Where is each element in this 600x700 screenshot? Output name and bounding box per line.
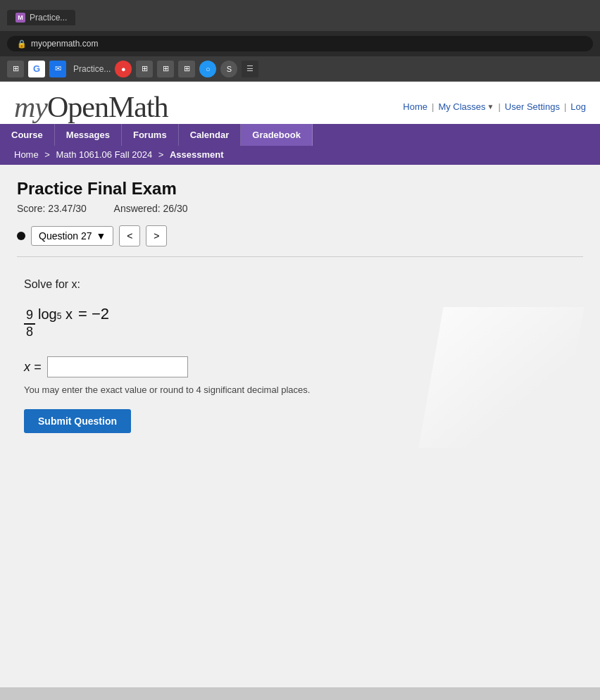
taskbar-icon-box1[interactable]: ⊞: [136, 61, 153, 77]
fraction-denominator: 8: [24, 325, 35, 340]
my-classes-arrow: ▼: [487, 103, 494, 111]
taskbar-icon-box3[interactable]: ⊞: [178, 61, 195, 77]
tab-messages[interactable]: Messages: [55, 124, 122, 146]
math-equation: 9 8 log5 x = −2: [24, 305, 583, 339]
tab-forums[interactable]: Forums: [122, 124, 179, 146]
tab-label: Practice...: [30, 13, 67, 23]
score-value: Score: 23.47/30: [17, 203, 87, 214]
nav-tabs: Course Messages Forums Calendar Gradeboo…: [0, 124, 600, 146]
breadcrumb-home[interactable]: Home: [14, 149, 39, 160]
answer-row: x =: [24, 356, 583, 377]
site-header: myOpenMath Home | My Classes ▼ | User Se…: [0, 82, 600, 124]
fraction-display: 9 8: [24, 308, 35, 339]
taskbar: ⊞ G ✉ Practice... ● ⊞ ⊞ ⊞ ○ S ☰: [0, 56, 600, 82]
taskbar-practice-label: Practice...: [73, 64, 111, 74]
taskbar-icon-s[interactable]: S: [220, 61, 237, 77]
question-status-dot: [17, 232, 25, 240]
next-question-button[interactable]: >: [146, 225, 167, 246]
breadcrumb-course[interactable]: Math 1061.06 Fall 2024: [56, 149, 153, 160]
submit-question-button[interactable]: Submit Question: [24, 409, 131, 433]
taskbar-icon-box2[interactable]: ⊞: [157, 61, 174, 77]
log-var: x: [65, 306, 73, 323]
tab-favicon: M: [15, 13, 25, 23]
taskbar-icon-g[interactable]: G: [28, 61, 45, 77]
equation-rhs: = −2: [78, 305, 109, 323]
url-text: myopenmath.com: [31, 39, 98, 49]
site-logo: myOpenMath: [14, 90, 168, 124]
tab-course[interactable]: Course: [0, 124, 55, 146]
problem-area: Solve for x: 9 8 log5 x = −2 x = You may…: [17, 271, 583, 433]
taskbar-icon-grid[interactable]: ⊞: [7, 61, 24, 77]
nav-sep-2: |: [498, 101, 500, 112]
top-nav: Home | My Classes ▼ | User Settings | Lo…: [403, 90, 586, 112]
answer-label: x =: [24, 360, 42, 375]
main-content: Practice Final Exam Score: 23.47/30 Answ…: [0, 165, 600, 447]
nav-sep-1: |: [432, 101, 434, 112]
fraction-numerator: 9: [24, 308, 35, 325]
nav-user-settings-link[interactable]: User Settings: [505, 101, 560, 112]
hint-text: You may enter the exact value or round t…: [24, 385, 583, 395]
breadcrumb-sep-1: >: [44, 149, 52, 160]
nav-home-link[interactable]: Home: [403, 101, 427, 112]
tab-gradebook[interactable]: Gradebook: [241, 124, 313, 146]
log-expression: log5 x: [38, 306, 73, 323]
answered-value: Answered: 26/30: [114, 203, 188, 214]
logo-prefix: my: [14, 91, 47, 123]
breadcrumb: Home > Math 1061.06 Fall 2024 > Assessme…: [0, 146, 600, 165]
nav-sep-3: |: [564, 101, 566, 112]
taskbar-icon-red[interactable]: ●: [115, 61, 132, 77]
my-classes-label: My Classes: [438, 101, 485, 112]
question-dropdown[interactable]: Question 27 ▼: [31, 226, 113, 246]
question-dropdown-arrow: ▼: [96, 230, 106, 242]
browser-chrome: M Practice...: [0, 0, 600, 31]
log-base: 5: [57, 311, 62, 321]
instruction-text: Solve for x:: [24, 278, 583, 291]
taskbar-icon-circle[interactable]: ○: [199, 61, 216, 77]
browser-tab[interactable]: M Practice...: [7, 10, 75, 25]
taskbar-icon-mail[interactable]: ✉: [49, 61, 66, 77]
nav-log-link[interactable]: Log: [570, 101, 586, 112]
question-selector: Question 27 ▼ < >: [17, 225, 583, 257]
answer-input[interactable]: [47, 356, 188, 377]
exam-score: Score: 23.47/30 Answered: 26/30: [17, 203, 583, 214]
breadcrumb-sep-2: >: [158, 149, 166, 160]
prev-question-button[interactable]: <: [119, 225, 140, 246]
logo-main: OpenMath: [47, 91, 168, 123]
breadcrumb-current: Assessment: [170, 149, 224, 160]
tab-calendar[interactable]: Calendar: [179, 124, 242, 146]
question-label: Question 27: [39, 230, 92, 242]
address-bar[interactable]: 🔒 myopenmath.com: [7, 36, 593, 51]
lock-icon: 🔒: [17, 39, 27, 49]
address-bar-row: 🔒 myopenmath.com: [0, 31, 600, 56]
my-classes-dropdown[interactable]: My Classes ▼: [438, 101, 494, 112]
taskbar-icon-e[interactable]: ☰: [242, 61, 258, 77]
page-wrapper: myOpenMath Home | My Classes ▼ | User Se…: [0, 82, 600, 687]
exam-title: Practice Final Exam: [17, 179, 583, 199]
